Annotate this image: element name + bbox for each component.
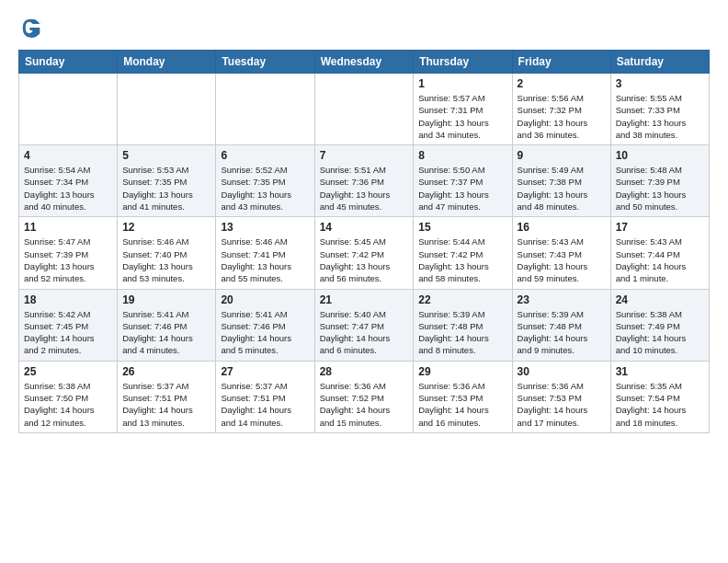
day-info: Sunrise: 5:44 AM Sunset: 7:42 PM Dayligh… [418, 236, 506, 284]
day-cell: 26Sunrise: 5:37 AM Sunset: 7:51 PM Dayli… [118, 361, 216, 432]
day-number: 17 [616, 221, 704, 234]
weekday-header-friday: Friday [512, 51, 610, 74]
weekday-header-sunday: Sunday [19, 51, 118, 74]
day-number: 12 [122, 221, 210, 234]
day-info: Sunrise: 5:46 AM Sunset: 7:40 PM Dayligh… [122, 236, 210, 284]
logo-icon [18, 15, 44, 40]
day-info: Sunrise: 5:40 AM Sunset: 7:47 PM Dayligh… [320, 308, 409, 357]
day-cell: 2Sunrise: 5:56 AM Sunset: 7:32 PM Daylig… [512, 74, 610, 145]
day-info: Sunrise: 5:41 AM Sunset: 7:46 PM Dayligh… [221, 308, 309, 357]
day-number: 9 [518, 149, 606, 162]
day-number: 23 [518, 293, 606, 306]
day-cell: 3Sunrise: 5:55 AM Sunset: 7:33 PM Daylig… [610, 74, 709, 145]
day-cell: 20Sunrise: 5:41 AM Sunset: 7:46 PM Dayli… [216, 289, 314, 361]
day-cell [19, 74, 118, 145]
day-number: 28 [320, 365, 409, 378]
day-info: Sunrise: 5:54 AM Sunset: 7:34 PM Dayligh… [24, 164, 112, 213]
day-info: Sunrise: 5:37 AM Sunset: 7:51 PM Dayligh… [221, 380, 309, 429]
day-number: 8 [418, 149, 506, 162]
day-info: Sunrise: 5:47 AM Sunset: 7:39 PM Dayligh… [24, 236, 112, 284]
day-number: 22 [418, 293, 506, 306]
day-cell: 4Sunrise: 5:54 AM Sunset: 7:34 PM Daylig… [19, 145, 118, 217]
day-number: 7 [320, 149, 409, 162]
day-info: Sunrise: 5:56 AM Sunset: 7:32 PM Dayligh… [518, 92, 606, 141]
day-number: 6 [221, 149, 309, 162]
day-cell: 10Sunrise: 5:48 AM Sunset: 7:39 PM Dayli… [610, 145, 709, 217]
week-row-4: 18Sunrise: 5:42 AM Sunset: 7:45 PM Dayli… [19, 289, 710, 361]
day-cell: 18Sunrise: 5:42 AM Sunset: 7:45 PM Dayli… [19, 289, 118, 361]
day-number: 30 [518, 365, 606, 378]
day-number: 21 [320, 293, 409, 306]
week-row-2: 4Sunrise: 5:54 AM Sunset: 7:34 PM Daylig… [19, 145, 710, 217]
day-cell: 6Sunrise: 5:52 AM Sunset: 7:35 PM Daylig… [216, 145, 314, 217]
day-number: 29 [418, 365, 506, 378]
day-cell: 14Sunrise: 5:45 AM Sunset: 7:42 PM Dayli… [314, 217, 414, 289]
day-number: 19 [122, 293, 210, 306]
weekday-header-saturday: Saturday [610, 51, 709, 74]
day-info: Sunrise: 5:38 AM Sunset: 7:50 PM Dayligh… [24, 380, 112, 429]
page: SundayMondayTuesdayWednesdayThursdayFrid… [0, 0, 728, 448]
day-cell: 17Sunrise: 5:43 AM Sunset: 7:44 PM Dayli… [610, 217, 709, 289]
weekday-header-row: SundayMondayTuesdayWednesdayThursdayFrid… [19, 51, 710, 74]
day-info: Sunrise: 5:55 AM Sunset: 7:33 PM Dayligh… [616, 92, 704, 141]
day-info: Sunrise: 5:49 AM Sunset: 7:38 PM Dayligh… [518, 164, 606, 213]
day-cell: 25Sunrise: 5:38 AM Sunset: 7:50 PM Dayli… [19, 361, 118, 432]
week-row-5: 25Sunrise: 5:38 AM Sunset: 7:50 PM Dayli… [19, 361, 710, 432]
day-info: Sunrise: 5:39 AM Sunset: 7:48 PM Dayligh… [418, 308, 506, 357]
day-cell: 24Sunrise: 5:38 AM Sunset: 7:49 PM Dayli… [610, 289, 709, 361]
day-info: Sunrise: 5:42 AM Sunset: 7:45 PM Dayligh… [24, 308, 112, 357]
day-cell: 7Sunrise: 5:51 AM Sunset: 7:36 PM Daylig… [314, 145, 414, 217]
calendar-table: SundayMondayTuesdayWednesdayThursdayFrid… [18, 50, 710, 433]
weekday-header-monday: Monday [118, 51, 216, 74]
day-cell [216, 74, 314, 145]
day-number: 20 [221, 293, 309, 306]
day-info: Sunrise: 5:36 AM Sunset: 7:53 PM Dayligh… [418, 380, 506, 429]
day-cell: 11Sunrise: 5:47 AM Sunset: 7:39 PM Dayli… [19, 217, 118, 289]
day-info: Sunrise: 5:41 AM Sunset: 7:46 PM Dayligh… [122, 308, 210, 357]
day-cell: 21Sunrise: 5:40 AM Sunset: 7:47 PM Dayli… [314, 289, 414, 361]
day-number: 5 [122, 149, 210, 162]
day-info: Sunrise: 5:50 AM Sunset: 7:37 PM Dayligh… [418, 164, 506, 213]
day-cell: 22Sunrise: 5:39 AM Sunset: 7:48 PM Dayli… [414, 289, 512, 361]
logo [18, 15, 48, 40]
day-info: Sunrise: 5:53 AM Sunset: 7:35 PM Dayligh… [122, 164, 210, 213]
day-cell: 8Sunrise: 5:50 AM Sunset: 7:37 PM Daylig… [414, 145, 512, 217]
day-cell [314, 74, 414, 145]
day-info: Sunrise: 5:48 AM Sunset: 7:39 PM Dayligh… [616, 164, 704, 213]
day-number: 26 [122, 365, 210, 378]
day-number: 27 [221, 365, 309, 378]
day-number: 3 [616, 77, 704, 90]
day-number: 31 [616, 365, 704, 378]
day-info: Sunrise: 5:39 AM Sunset: 7:48 PM Dayligh… [518, 308, 606, 357]
header [18, 15, 710, 40]
day-number: 11 [24, 221, 112, 234]
day-info: Sunrise: 5:38 AM Sunset: 7:49 PM Dayligh… [616, 308, 704, 357]
day-cell: 29Sunrise: 5:36 AM Sunset: 7:53 PM Dayli… [414, 361, 512, 432]
day-info: Sunrise: 5:35 AM Sunset: 7:54 PM Dayligh… [616, 380, 704, 429]
day-cell: 5Sunrise: 5:53 AM Sunset: 7:35 PM Daylig… [118, 145, 216, 217]
day-info: Sunrise: 5:37 AM Sunset: 7:51 PM Dayligh… [122, 380, 210, 429]
day-cell [118, 74, 216, 145]
day-cell: 28Sunrise: 5:36 AM Sunset: 7:52 PM Dayli… [314, 361, 414, 432]
day-info: Sunrise: 5:46 AM Sunset: 7:41 PM Dayligh… [221, 236, 309, 284]
weekday-header-wednesday: Wednesday [314, 51, 414, 74]
day-number: 2 [518, 77, 606, 90]
weekday-header-tuesday: Tuesday [216, 51, 314, 74]
day-cell: 1Sunrise: 5:57 AM Sunset: 7:31 PM Daylig… [414, 74, 512, 145]
day-info: Sunrise: 5:36 AM Sunset: 7:52 PM Dayligh… [320, 380, 409, 429]
day-info: Sunrise: 5:43 AM Sunset: 7:44 PM Dayligh… [616, 236, 704, 284]
day-number: 25 [24, 365, 112, 378]
week-row-1: 1Sunrise: 5:57 AM Sunset: 7:31 PM Daylig… [19, 74, 710, 145]
day-cell: 27Sunrise: 5:37 AM Sunset: 7:51 PM Dayli… [216, 361, 314, 432]
day-number: 10 [616, 149, 704, 162]
day-info: Sunrise: 5:43 AM Sunset: 7:43 PM Dayligh… [518, 236, 606, 284]
day-number: 18 [24, 293, 112, 306]
day-number: 13 [221, 221, 309, 234]
day-number: 14 [320, 221, 409, 234]
day-cell: 31Sunrise: 5:35 AM Sunset: 7:54 PM Dayli… [610, 361, 709, 432]
day-cell: 13Sunrise: 5:46 AM Sunset: 7:41 PM Dayli… [216, 217, 314, 289]
day-number: 16 [518, 221, 606, 234]
day-info: Sunrise: 5:51 AM Sunset: 7:36 PM Dayligh… [320, 164, 409, 213]
day-cell: 30Sunrise: 5:36 AM Sunset: 7:53 PM Dayli… [512, 361, 610, 432]
day-info: Sunrise: 5:36 AM Sunset: 7:53 PM Dayligh… [518, 380, 606, 429]
